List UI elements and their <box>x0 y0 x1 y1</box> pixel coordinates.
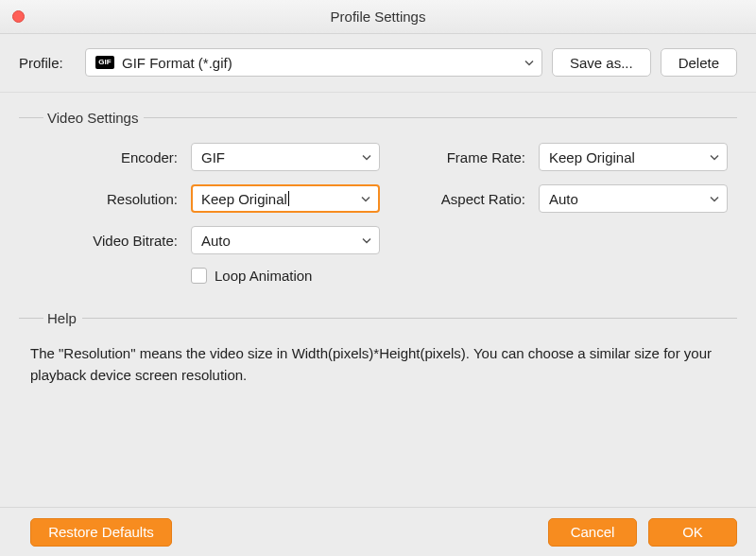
encoder-select[interactable]: GIF <box>191 143 380 171</box>
profile-select[interactable]: GIF GIF Format (*.gif) <box>85 48 542 77</box>
aspect-ratio-value: Auto <box>549 191 578 207</box>
video-settings-group: Video Settings Encoder: GIF Frame Rate: … <box>19 110 737 297</box>
cancel-button[interactable]: Cancel <box>548 518 637 547</box>
text-caret <box>288 191 289 206</box>
profile-select-value: GIF Format (*.gif) <box>122 55 232 71</box>
chevron-down-icon <box>710 191 719 207</box>
titlebar: Profile Settings <box>0 0 756 34</box>
profile-label: Profile: <box>19 55 76 71</box>
main-panel: Video Settings Encoder: GIF Frame Rate: … <box>0 93 756 422</box>
gif-format-icon: GIF <box>95 56 114 69</box>
aspect-ratio-label: Aspect Ratio: <box>393 191 525 207</box>
frame-rate-label: Frame Rate: <box>393 149 525 165</box>
video-settings-legend: Video Settings <box>43 110 144 126</box>
chevron-down-icon <box>362 233 371 249</box>
encoder-value: GIF <box>201 149 225 165</box>
chevron-down-icon <box>524 55 534 71</box>
chevron-down-icon <box>710 149 719 165</box>
aspect-ratio-select[interactable]: Auto <box>539 184 728 213</box>
close-window-button[interactable] <box>12 10 25 23</box>
loop-animation-checkbox[interactable] <box>191 268 207 284</box>
video-bitrate-value: Auto <box>201 233 231 249</box>
help-text: The "Resolution" means the video size in… <box>26 343 730 386</box>
resolution-label: Resolution: <box>26 191 178 207</box>
encoder-label: Encoder: <box>26 149 178 165</box>
chevron-down-icon <box>361 191 370 207</box>
video-bitrate-label: Video Bitrate: <box>26 233 178 249</box>
window-title: Profile Settings <box>0 9 756 25</box>
save-as-button[interactable]: Save as... <box>552 48 651 77</box>
help-group: Help The "Resolution" means the video si… <box>19 310 737 399</box>
resolution-select[interactable]: Keep Original <box>191 184 380 213</box>
footer: Restore Defaults Cancel OK <box>0 507 756 556</box>
delete-button[interactable]: Delete <box>661 48 737 77</box>
chevron-down-icon <box>362 149 371 165</box>
help-legend: Help <box>43 310 82 326</box>
resolution-value: Keep Original <box>201 191 287 207</box>
profile-row: Profile: GIF GIF Format (*.gif) Save as.… <box>0 34 756 93</box>
frame-rate-value: Keep Original <box>549 149 635 165</box>
restore-defaults-button[interactable]: Restore Defaults <box>30 518 172 547</box>
loop-animation-label: Loop Animation <box>215 268 312 284</box>
video-bitrate-select[interactable]: Auto <box>191 226 380 254</box>
ok-button[interactable]: OK <box>648 518 737 547</box>
frame-rate-select[interactable]: Keep Original <box>539 143 728 171</box>
